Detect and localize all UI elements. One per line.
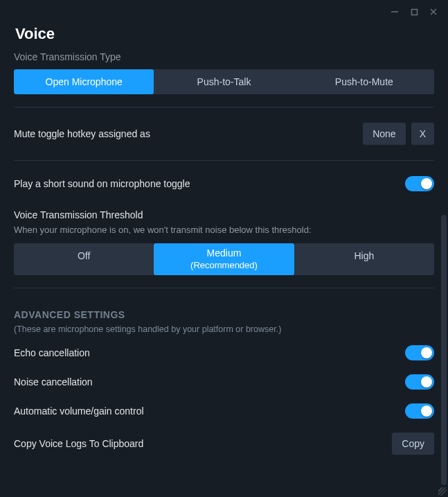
noise-row: Noise cancellation	[14, 367, 434, 396]
close-button[interactable]	[426, 6, 441, 18]
threshold-block: Voice Transmission Threshold When your m…	[14, 209, 434, 275]
sound-toggle[interactable]	[405, 176, 434, 191]
divider	[14, 107, 434, 107]
sound-toggle-label: Play a short sound on microphone toggle	[14, 178, 190, 189]
divider	[14, 160, 434, 161]
transmission-segmented: Open Microphone Push-to-Talk Push-to-Mut…	[14, 69, 434, 94]
advanced-title: ADVANCED SETTINGS	[14, 309, 434, 320]
threshold-title: Voice Transmission Threshold	[14, 209, 434, 220]
divider	[14, 288, 434, 288]
echo-toggle[interactable]	[405, 345, 434, 360]
sound-toggle-row: Play a short sound on microphone toggle	[14, 173, 434, 194]
threshold-desc: When your microphone is on, we won't tra…	[14, 225, 434, 235]
gain-toggle[interactable]	[405, 403, 434, 419]
copy-button[interactable]: Copy	[392, 433, 434, 455]
gain-label: Automatic volume/gain control	[14, 406, 144, 417]
copy-row: Copy Voice Logs To Clipboard Copy	[14, 426, 434, 462]
scrollbar[interactable]	[441, 215, 447, 485]
svg-rect-1	[411, 9, 417, 15]
noise-toggle[interactable]	[405, 374, 434, 390]
echo-label: Echo cancellation	[14, 347, 90, 358]
noise-label: Noise cancellation	[14, 376, 93, 387]
threshold-medium-sub: (Recommended)	[154, 260, 294, 271]
transmission-ptt[interactable]: Push-to-Talk	[154, 69, 294, 94]
threshold-off[interactable]: Off	[14, 243, 154, 275]
window-controls	[387, 0, 448, 21]
transmission-open-mic[interactable]: Open Microphone	[14, 69, 154, 94]
threshold-medium[interactable]: Medium (Recommended)	[154, 243, 294, 275]
page-title: Voice	[15, 25, 433, 43]
minimize-button[interactable]	[387, 6, 402, 18]
hotkey-row: Mute toggle hotkey assigned as None X	[14, 120, 434, 148]
advanced-sub: (These are microphone settings handled b…	[14, 324, 434, 334]
echo-row: Echo cancellation	[14, 338, 434, 367]
maximize-button[interactable]	[406, 6, 422, 18]
transmission-label: Voice Transmission Type	[14, 51, 434, 62]
hotkey-clear-button[interactable]: X	[411, 123, 434, 145]
hotkey-label: Mute toggle hotkey assigned as	[14, 128, 150, 139]
transmission-ptm[interactable]: Push-to-Mute	[294, 69, 434, 94]
threshold-high[interactable]: High	[294, 243, 434, 275]
threshold-segmented: Off Medium (Recommended) High	[14, 243, 434, 275]
resize-grip[interactable]	[438, 487, 447, 496]
threshold-medium-label: Medium	[207, 247, 242, 259]
hotkey-assign-button[interactable]: None	[363, 123, 405, 145]
gain-row: Automatic volume/gain control	[14, 396, 434, 426]
copy-label: Copy Voice Logs To Clipboard	[14, 438, 143, 449]
